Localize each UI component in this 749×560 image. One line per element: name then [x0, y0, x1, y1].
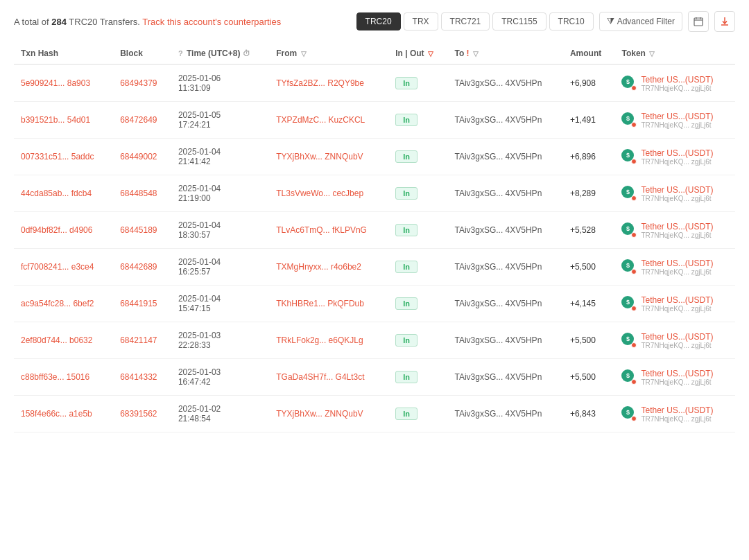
- from-address-link[interactable]: TXMgHnyxx... r4o6be2: [276, 262, 361, 272]
- amount-cell: +4,145: [563, 286, 615, 322]
- direction-cell: In: [388, 396, 447, 432]
- time-cell: 2025-01-04 15:47:15: [171, 286, 269, 322]
- txn-hash-link[interactable]: c88bff63e... 15016: [21, 372, 89, 382]
- from-address-link[interactable]: TL3sVweWo... cecJbep: [276, 189, 363, 198]
- txn-hash-cell: 2ef80d744... b0632: [14, 322, 113, 359]
- direction-cell: In: [388, 286, 447, 322]
- block-link[interactable]: 68391562: [120, 409, 157, 419]
- token-info-container: $ Tether US...(USDT) TR7NHqjeKQ... zgjLj…: [621, 148, 728, 166]
- amount-cell: +6,908: [563, 64, 615, 102]
- time-cell: 2025-01-02 21:48:54: [171, 396, 269, 432]
- from-address-link[interactable]: TXPZdMzC... KuzCKCL: [276, 115, 365, 125]
- svg-rect-0: [694, 18, 703, 26]
- to-warning-icon: !: [467, 49, 470, 58]
- time-value: 16:25:57: [178, 267, 262, 277]
- time-question-icon: ?: [178, 49, 183, 58]
- txn-hash-cell: 5e909241... 8a903: [14, 64, 113, 102]
- from-address-link[interactable]: TYfsZa2BZ... R2QY9be: [276, 78, 364, 88]
- date-value: 2025-01-03: [178, 331, 262, 340]
- token-name-link[interactable]: Tether US...(USDT): [641, 332, 713, 342]
- block-link[interactable]: 68494379: [120, 78, 157, 88]
- table-row: 007331c51... 5addc 68449002 2025-01-04 2…: [14, 139, 735, 175]
- token-sub-dot: [631, 342, 637, 348]
- to-address: TAiv3gxSG... 4XV5HPn: [454, 262, 542, 272]
- direction-badge: In: [395, 297, 417, 310]
- from-address-link[interactable]: TYXjBhXw... ZNNQubV: [276, 152, 363, 161]
- advanced-filter-button[interactable]: ⧩ Advanced Filter: [599, 12, 682, 31]
- txn-hash-link[interactable]: 0df94bf82f... d4906: [21, 225, 92, 235]
- txn-hash-link[interactable]: 158f4e66c... a1e5b: [21, 409, 92, 419]
- txn-hash-cell: 007331c51... 5addc: [14, 139, 113, 175]
- calendar-button[interactable]: [688, 11, 709, 32]
- token-sub-dot: [631, 232, 637, 238]
- token-icon-container: $: [621, 186, 637, 201]
- block-link[interactable]: 68449002: [120, 152, 157, 161]
- date-value: 2025-01-04: [178, 220, 262, 230]
- token-info-container: $ Tether US...(USDT) TR7NHqjeKQ... zgjLj…: [621, 295, 728, 313]
- token-name-link[interactable]: Tether US...(USDT): [641, 185, 713, 195]
- time-value: 15:47:15: [178, 304, 262, 313]
- block-link[interactable]: 68472649: [120, 115, 157, 125]
- token-icon-container: $: [621, 259, 637, 274]
- txn-hash-link[interactable]: 007331c51... 5addc: [21, 152, 94, 161]
- token-name-link[interactable]: Tether US...(USDT): [641, 295, 713, 305]
- from-address-link[interactable]: TGaDa4SH7f... G4Lt3ct: [276, 372, 364, 382]
- download-filter-button[interactable]: [714, 11, 735, 32]
- token-address: TR7NHqjeKQ... zgjLj6t: [641, 158, 713, 166]
- date-value: 2025-01-06: [178, 73, 262, 83]
- block-link[interactable]: 68414332: [120, 372, 157, 382]
- direction-badge: In: [395, 187, 417, 200]
- token-cell: $ Tether US...(USDT) TR7NHqjeKQ... zgjLj…: [614, 139, 735, 175]
- to-cell: TAiv3gxSG... 4XV5HPn: [447, 322, 562, 359]
- direction-cell: In: [388, 139, 447, 175]
- token-name-link[interactable]: Tether US...(USDT): [641, 405, 713, 415]
- block-cell: 68421147: [113, 322, 171, 359]
- tab-trc10[interactable]: TRC10: [549, 12, 594, 30]
- from-address-link[interactable]: TRkLFok2g... e6QKJLg: [276, 335, 363, 345]
- from-cell: TYXjBhXw... ZNNQubV: [269, 139, 388, 175]
- col-in-out: In | Out ▽: [388, 43, 447, 64]
- date-value: 2025-01-05: [178, 110, 262, 120]
- to-cell: TAiv3gxSG... 4XV5HPn: [447, 139, 562, 175]
- txn-hash-link[interactable]: fcf7008241... e3ce4: [21, 262, 94, 272]
- amount-value: +4,145: [570, 299, 596, 308]
- token-name-link[interactable]: Tether US...(USDT): [641, 75, 713, 85]
- token-name-link[interactable]: Tether US...(USDT): [641, 369, 713, 378]
- token-name-link[interactable]: Tether US...(USDT): [641, 222, 713, 231]
- token-name-link[interactable]: Tether US...(USDT): [641, 259, 713, 268]
- amount-cell: +5,500: [563, 322, 615, 359]
- date-value: 2025-01-03: [178, 367, 262, 377]
- token-address: TR7NHqjeKQ... zgjLj6t: [641, 378, 713, 386]
- token-name-link[interactable]: Tether US...(USDT): [641, 148, 713, 158]
- from-address-link[interactable]: TYXjBhXw... ZNNQubV: [276, 409, 363, 419]
- tab-trx[interactable]: TRX: [404, 12, 438, 30]
- txn-hash-link[interactable]: b391521b... 54d01: [21, 115, 90, 125]
- token-name-link[interactable]: Tether US...(USDT): [641, 112, 713, 121]
- block-cell: 68494379: [113, 64, 171, 102]
- txn-hash-link[interactable]: 5e909241... 8a903: [21, 78, 90, 88]
- block-link[interactable]: 68421147: [120, 335, 157, 345]
- from-address-link[interactable]: TLvAc6TmQ... fKLPVnG: [276, 225, 367, 235]
- txn-hash-link[interactable]: 2ef80d744... b0632: [21, 335, 92, 345]
- from-address-link[interactable]: TKhHBRe1... PkQFDub: [276, 299, 364, 308]
- tab-trc721[interactable]: TRC721: [441, 12, 490, 30]
- to-address: TAiv3gxSG... 4XV5HPn: [454, 152, 542, 161]
- direction-badge: In: [395, 408, 417, 420]
- token-cell: $ Tether US...(USDT) TR7NHqjeKQ... zgjLj…: [614, 322, 735, 359]
- tab-trc20[interactable]: TRC20: [356, 12, 401, 30]
- date-value: 2025-01-04: [178, 184, 262, 193]
- txn-hash-link[interactable]: 44cda85ab... fdcb4: [21, 189, 92, 198]
- direction-badge: In: [395, 371, 417, 383]
- block-link[interactable]: 68445189: [120, 225, 157, 235]
- tab-trc1155[interactable]: TRC1155: [492, 12, 546, 30]
- block-link[interactable]: 68441915: [120, 299, 157, 308]
- block-link[interactable]: 68442689: [120, 262, 157, 272]
- txn-hash-link[interactable]: ac9a54fc28... 6bef2: [21, 299, 94, 308]
- advanced-filter-label: Advanced Filter: [617, 17, 675, 26]
- track-link[interactable]: Track this account's counterparties: [142, 17, 281, 27]
- summary-prefix: A total of: [14, 17, 51, 27]
- funnel-icon: ⧩: [607, 16, 614, 27]
- block-link[interactable]: 68448548: [120, 189, 157, 198]
- direction-badge: In: [395, 261, 417, 273]
- time-cell: 2025-01-04 21:19:00: [171, 175, 269, 212]
